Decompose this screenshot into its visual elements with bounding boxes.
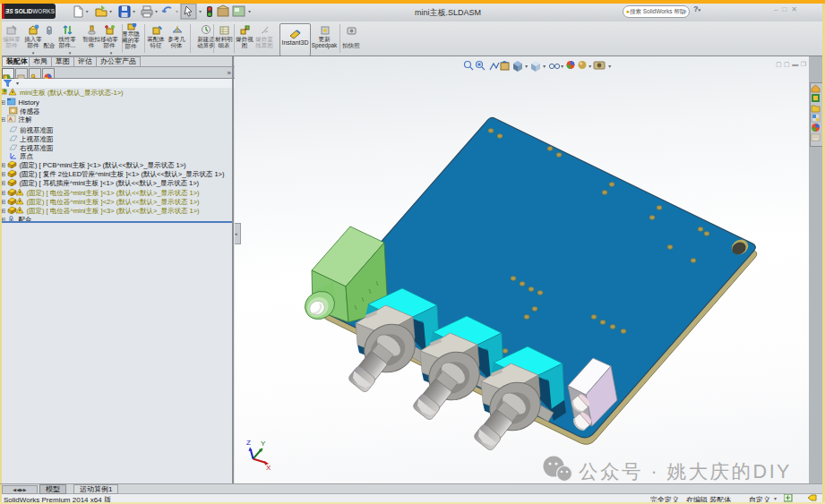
svg-text:Z: Z: [246, 439, 251, 447]
svg-text:公众号 · 姚大庆的DIY: 公众号 · 姚大庆的DIY: [579, 461, 792, 483]
svg-text:X: X: [266, 464, 271, 472]
svg-text:A: A: [9, 116, 13, 122]
svg-text:Y: Y: [261, 440, 266, 448]
